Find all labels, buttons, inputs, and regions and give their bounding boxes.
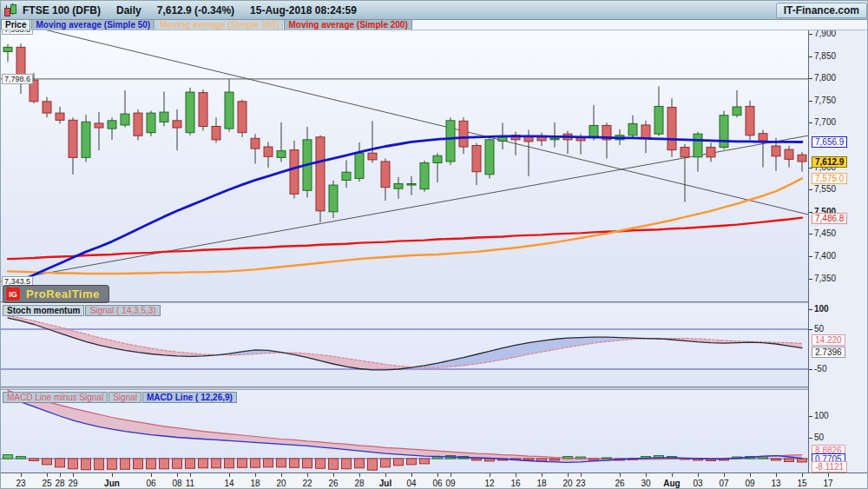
axis-tick [809,329,812,330]
candle-up [654,106,663,134]
time-tick-label: Jun [104,479,120,488]
time-tick [411,473,412,477]
tab-stoch-momentum[interactable]: Stoch momentum [3,305,84,316]
candle-up [733,107,741,116]
time-tick-label: 06 [432,479,442,488]
axis-tick [809,122,812,123]
tab-stoch-signal[interactable]: Signal ( 14,3,5,3) [85,305,160,316]
time-tick-label: 16 [510,479,520,488]
candle-down [785,149,793,159]
axis-tick [809,101,812,102]
stoch-tick-label: 100 [814,304,829,314]
title-bar: FTSE 100 (DFB) Daily 7,612.9 (-0.34%) 15… [1,1,868,20]
time-tick-label: 15 [797,479,806,488]
time-tick-label: 09 [445,479,455,488]
candle-down [316,137,325,211]
candle-down [381,162,390,188]
time-tick [672,473,673,477]
tab-macd-signal[interactable]: Signal [108,392,141,403]
macd-tick-label: 100 [814,411,829,420]
axis-tick [809,56,812,57]
axis-tick [809,309,812,310]
candle-up [277,151,286,158]
axis-tick [809,416,812,417]
stoch-tick-label: -50 [814,364,826,373]
time-tick-label: 28 [354,479,364,488]
time-tick-label: 20 [562,479,572,488]
time-tick [437,473,438,477]
candle-down [772,146,780,156]
time-tick-label: 14 [224,479,233,488]
it-finance-brand: IT-Finance.com [776,3,867,18]
candle-down [95,123,103,128]
candle-down [459,121,468,147]
candle-down [134,113,142,135]
time-tick-label: 18 [536,479,546,488]
time-tick-label: 17 [823,479,832,488]
time-tick-label: 03 [693,479,702,488]
axis-tick [809,234,812,235]
time-axis[interactable]: 23252829Jun060811141820222628Jul04060912… [1,472,868,489]
axis-tick [809,78,812,79]
time-tick [255,473,256,477]
time-tick [73,473,74,477]
price-tick-label: 7,750 [814,96,836,105]
time-tick [151,473,152,477]
time-tick [281,473,282,477]
tab-price[interactable]: Price [1,19,30,30]
time-tick [307,473,308,477]
candle-up [433,155,442,162]
time-tick [47,473,48,477]
tab-macd-line[interactable]: MACD Line ( 12,26,9) [142,392,237,403]
time-tick-label: 08 [172,479,181,488]
ig-logo: IG [6,287,20,301]
candle-down [238,102,247,133]
candle-down [173,121,181,128]
time-tick [60,473,61,477]
time-tick [490,473,490,477]
time-tick-label: 28 [55,479,64,488]
ma200-value-box: 7,486.8 [812,213,847,224]
time-tick-label: 30 [641,479,650,488]
time-tick [698,473,699,477]
time-tick [646,473,647,477]
candle-up [446,121,455,162]
price-chart-canvas[interactable] [1,30,808,301]
time-tick [359,473,360,477]
candle-up [3,47,12,51]
tab-moving-average-200[interactable]: Moving average (Simple 200) [284,19,411,30]
price-panel [1,30,808,301]
time-tick [828,473,829,477]
line-value-label: 7,798.6 [2,74,33,84]
candlestick-icon [3,3,17,17]
ma100-value-box: 7,575.0 [812,173,847,184]
time-tick-label: 29 [68,479,77,488]
time-tick [333,473,334,477]
candle-up [108,121,116,129]
candle-up [485,140,494,175]
instrument-name: FTSE 100 (DFB) [23,4,101,17]
tab-moving-average-50[interactable]: Moving average (Simple 50) [31,19,155,30]
last-price-change: 7,612.9 (-0.34%) [157,4,234,17]
price-tick-label: 7,350 [814,274,836,283]
time-tick-label: 12 [484,479,494,488]
candle-down [798,155,806,162]
time-tick [750,473,751,477]
candle-up [225,92,233,129]
candle-down [472,146,481,172]
tab-moving-average-100[interactable]: Moving average (Simple 100) [155,19,283,30]
macd-histogram [3,455,807,471]
tab-macd-histogram[interactable]: MACD Line minus Signal [3,392,108,403]
price-tick-label: 7,450 [814,228,836,238]
axis-tick [809,34,812,35]
time-tick-label: 07 [719,479,728,488]
candle-down [667,107,676,149]
axis-tick [809,279,812,280]
candle-down [212,126,220,139]
candle-down [681,148,689,157]
macd-header: MACD Line minus Signal Signal MACD Line … [3,392,238,403]
candle-up [121,114,129,125]
price-axis-column[interactable]: 7,9007,8507,8007,7507,7007,6007,5507,500… [808,30,868,472]
time-tick-label: 23 [575,479,585,488]
time-tick-label: 04 [406,479,416,488]
